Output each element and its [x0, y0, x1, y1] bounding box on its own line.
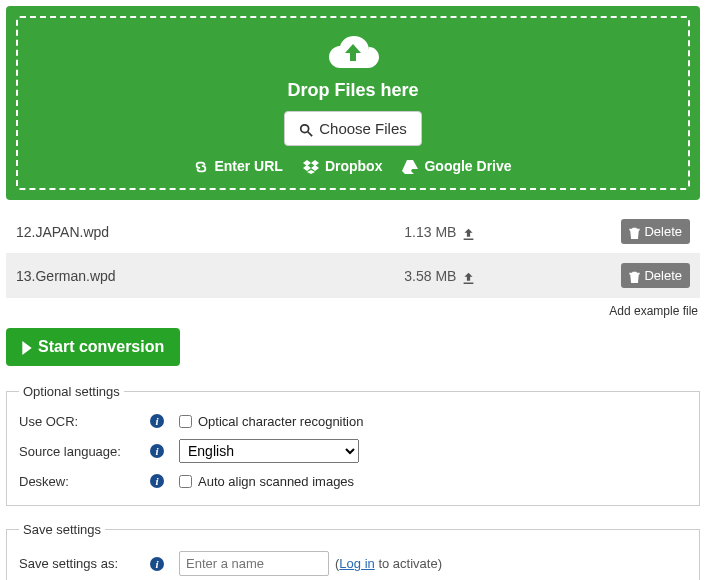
drop-title: Drop Files here [28, 80, 678, 101]
svg-point-0 [301, 125, 309, 133]
enter-url-label: Enter URL [214, 158, 282, 174]
choose-files-label: Choose Files [319, 120, 407, 137]
save-settings-fieldset: Save settings Save settings as: i (Log i… [6, 522, 700, 580]
dropbox-label: Dropbox [325, 158, 383, 174]
language-select[interactable]: English [179, 439, 359, 463]
deskew-label: Deskew: [19, 474, 149, 489]
file-name: 12.JAPAN.wpd [16, 224, 236, 240]
save-as-label: Save settings as: [19, 556, 149, 571]
svg-line-1 [308, 132, 312, 136]
cloud-upload-icon [327, 34, 379, 74]
optional-settings-fieldset: Optional settings Use OCR: i Optical cha… [6, 384, 700, 506]
delete-button[interactable]: Delete [621, 263, 690, 288]
start-conversion-label: Start conversion [38, 338, 164, 356]
language-row: Source language: i English [19, 439, 687, 463]
chevron-right-icon [22, 338, 32, 356]
delete-label: Delete [644, 224, 682, 239]
deskew-row: Deskew: i Auto align scanned images [19, 473, 687, 489]
choose-files-button[interactable]: Choose Files [284, 111, 422, 146]
link-icon [194, 158, 208, 174]
ocr-checkbox[interactable] [179, 415, 192, 428]
file-row: 13.German.wpd 3.58 MB Delete [6, 254, 700, 298]
info-icon[interactable]: i [149, 413, 179, 429]
save-as-row: Save settings as: i (Log in to activate) [19, 551, 687, 576]
drop-zone[interactable]: Drop Files here Choose Files Enter URL D… [6, 6, 700, 200]
dropbox-button[interactable]: Dropbox [303, 158, 383, 174]
info-icon[interactable]: i [149, 443, 179, 459]
ocr-row: Use OCR: i Optical character recognition [19, 413, 687, 429]
add-example-file-link[interactable]: Add example file [6, 298, 700, 328]
save-settings-legend: Save settings [19, 522, 105, 537]
file-size-cell: 1.13 MB [236, 224, 615, 240]
google-drive-icon [402, 158, 418, 174]
deskew-checkbox[interactable] [179, 475, 192, 488]
login-link[interactable]: Log in [339, 556, 374, 571]
ocr-label: Use OCR: [19, 414, 149, 429]
google-drive-button[interactable]: Google Drive [402, 158, 511, 174]
trash-icon [629, 224, 640, 239]
drop-zone-inner: Drop Files here Choose Files Enter URL D… [16, 16, 690, 190]
dropbox-icon [303, 158, 319, 174]
activate-text: (Log in to activate) [335, 556, 442, 571]
enter-url-button[interactable]: Enter URL [194, 158, 282, 174]
source-row: Enter URL Dropbox Google Drive [28, 158, 678, 174]
start-conversion-button[interactable]: Start conversion [6, 328, 180, 366]
info-icon[interactable]: i [149, 473, 179, 489]
file-row: 12.JAPAN.wpd 1.13 MB Delete [6, 210, 700, 254]
search-icon [299, 120, 313, 137]
info-icon[interactable]: i [149, 556, 179, 572]
google-drive-label: Google Drive [424, 158, 511, 174]
language-label: Source language: [19, 444, 149, 459]
file-size: 1.13 MB [404, 224, 456, 240]
trash-icon [629, 268, 640, 283]
file-size: 3.58 MB [404, 268, 456, 284]
optional-settings-legend: Optional settings [19, 384, 124, 399]
file-size-cell: 3.58 MB [236, 268, 615, 284]
ocr-text: Optical character recognition [198, 414, 363, 429]
delete-label: Delete [644, 268, 682, 283]
deskew-text: Auto align scanned images [198, 474, 354, 489]
save-name-input[interactable] [179, 551, 329, 576]
file-name: 13.German.wpd [16, 268, 236, 284]
upload-icon [462, 224, 475, 240]
delete-button[interactable]: Delete [621, 219, 690, 244]
upload-icon [462, 268, 475, 284]
